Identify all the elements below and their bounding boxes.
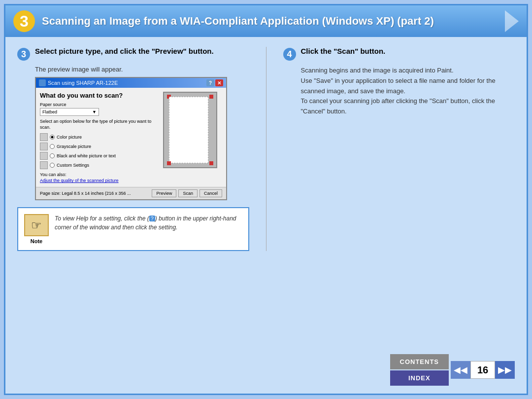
scan-heading: What do you want to scan? (40, 92, 159, 99)
color-icon (40, 133, 48, 141)
radio-custom[interactable]: Custom Settings (40, 161, 159, 169)
radio-dot-custom (50, 163, 55, 168)
next-page-button[interactable]: ▶▶ (495, 361, 515, 379)
paper-source-dropdown[interactable]: Flatbed ▼ (40, 108, 99, 116)
corner-bl (167, 161, 171, 165)
preview-area (163, 92, 217, 168)
titlebar-close-button[interactable]: ✕ (215, 79, 223, 86)
page-header: 3 Scanning an Image from a WIA-Compliant… (5, 5, 527, 37)
header-step-number: 3 (13, 10, 35, 32)
note-text: To view Help for a setting, click the (?… (55, 214, 242, 232)
header-arrow-icon (505, 10, 519, 32)
corner-br (209, 161, 213, 165)
corner-tr (209, 95, 213, 99)
you-can-also-label: You can also: (40, 172, 159, 177)
contents-button[interactable]: CONTENTS (390, 354, 449, 369)
scan-button[interactable]: Scan (178, 189, 198, 197)
radio-bw[interactable]: Black and white picture or text (40, 152, 159, 160)
step4-box: 4 Click the "Scan" button. (283, 47, 515, 61)
radio-dot-bw (50, 153, 55, 158)
screenshot-container: Scan using SHARP AR-122E ? ✕ What do you… (35, 77, 227, 200)
step4-line2: Use "Save" in your application to select… (301, 76, 515, 97)
adjust-quality-link[interactable]: Adjust the quality of the scanned pictur… (40, 178, 159, 183)
bottom-navigation: CONTENTS INDEX ◀◀ 16 ▶▶ (390, 354, 515, 386)
note-box: ☞ Note To view Help for a setting, click… (17, 207, 249, 251)
radio-bw-label: Black and white picture or text (57, 153, 116, 158)
prev-page-button[interactable]: ◀◀ (451, 361, 470, 379)
left-panel: 3 Select picture type, and click the "Pr… (17, 47, 249, 251)
note-icon-area: ☞ Note (24, 214, 49, 244)
radio-custom-label: Custom Settings (57, 163, 89, 168)
cancel-button[interactable]: Cancel (200, 189, 222, 197)
scan-description: Select an option below for the type of p… (40, 119, 159, 130)
page-navigation-group: ◀◀ 16 ▶▶ (451, 361, 515, 379)
step3-box: 3 Select picture type, and click the "Pr… (17, 47, 249, 61)
preview-panel (163, 92, 222, 183)
radio-dot-grayscale (50, 144, 55, 149)
step3-subtitle: The preview image will appear. (35, 66, 249, 73)
custom-icon (40, 161, 48, 169)
note-question-mark: ? (149, 216, 155, 221)
radio-grayscale-label: Grayscale picture (57, 144, 91, 149)
radio-dot-color (50, 135, 55, 140)
radio-color[interactable]: Color picture (40, 133, 159, 141)
radio-grayscale[interactable]: Grayscale picture (40, 143, 159, 150)
titlebar-help-button[interactable]: ? (206, 79, 214, 86)
step4-number: 4 (283, 48, 296, 61)
bw-icon (40, 152, 48, 160)
index-button[interactable]: INDEX (390, 370, 449, 386)
step4-line3: To cancel your scanning job after clicki… (301, 96, 515, 117)
note-hand-icon: ☞ (24, 214, 49, 236)
paper-source-label: Paper source (40, 102, 159, 107)
screenshot-body: What do you want to scan? Paper source F… (36, 88, 226, 187)
titlebar-app-icon (39, 79, 46, 86)
page-size-label: Page size: Legal 8.5 x 14 inches (216 x … (40, 191, 131, 196)
screenshot-titlebar: Scan using SHARP AR-122E ? ✕ (36, 78, 226, 88)
page-number: 16 (470, 361, 495, 379)
step3-number: 3 (17, 48, 30, 61)
screenshot-footer: Page size: Legal 8.5 x 14 inches (216 x … (36, 187, 226, 199)
panel-divider (266, 47, 266, 251)
step4-body: Scanning begins and the image is acquire… (301, 66, 515, 117)
preview-button[interactable]: Preview (152, 189, 176, 197)
header-title: Scanning an Image from a WIA-Compliant A… (42, 15, 434, 28)
radio-color-label: Color picture (57, 135, 82, 140)
right-panel: 4 Click the "Scan" button. Scanning begi… (283, 47, 515, 251)
step4-title: Click the "Scan" button. (301, 47, 386, 55)
step4-line1: Scanning begins and the image is acquire… (301, 66, 515, 76)
preview-paper (169, 97, 208, 163)
grayscale-icon (40, 143, 48, 150)
screenshot-title: Scan using SHARP AR-122E (48, 80, 118, 86)
note-label: Note (31, 238, 42, 244)
step3-title: Select picture type, and click the "Prev… (35, 47, 214, 55)
